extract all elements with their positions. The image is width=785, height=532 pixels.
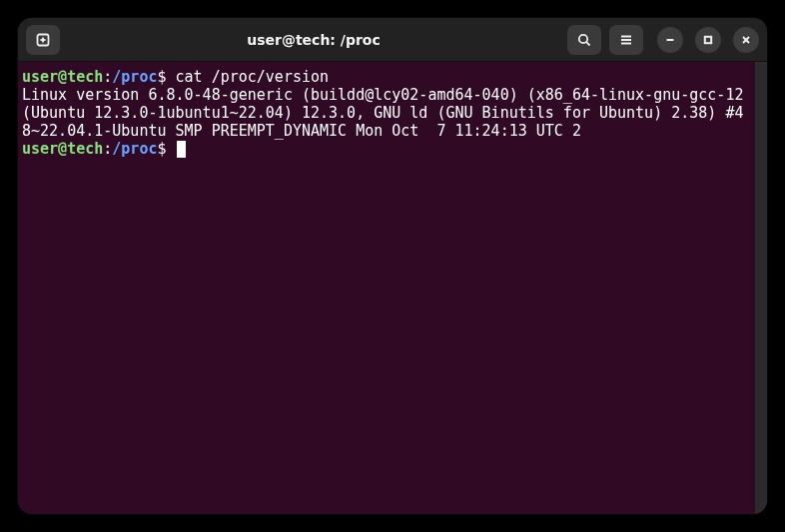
- prompt-path: /proc: [112, 68, 157, 86]
- prompt-symbol: $: [157, 68, 166, 86]
- svg-rect-9: [705, 36, 711, 42]
- command-text: cat /proc/version: [167, 68, 330, 86]
- terminal-output[interactable]: user@tech:/proc$ cat /proc/version Linux…: [18, 62, 755, 514]
- prompt-colon: :: [103, 68, 112, 86]
- maximize-icon: [703, 35, 713, 45]
- terminal-area: user@tech:/proc$ cat /proc/version Linux…: [18, 62, 767, 514]
- prompt-symbol: $: [157, 140, 166, 158]
- new-tab-icon: [35, 32, 51, 48]
- titlebar-right: [567, 25, 759, 55]
- prompt-user: user@tech: [22, 68, 103, 86]
- window-controls: [657, 27, 759, 53]
- menu-button[interactable]: [609, 25, 643, 55]
- command-input: [167, 140, 176, 158]
- output-text: Linux version 6.8.0-48-generic (buildd@l…: [22, 86, 753, 140]
- prompt-path: /proc: [112, 140, 157, 158]
- prompt-user: user@tech: [22, 140, 103, 158]
- search-button[interactable]: [567, 25, 601, 55]
- titlebar-left: [26, 25, 60, 55]
- terminal-window: user@tech: /proc: [18, 18, 767, 514]
- hamburger-icon: [618, 32, 634, 48]
- minimize-button[interactable]: [657, 27, 683, 53]
- search-icon: [576, 32, 592, 48]
- new-tab-button[interactable]: [26, 25, 60, 55]
- window-title: user@tech: /proc: [68, 32, 559, 48]
- cursor: [177, 141, 186, 158]
- minimize-icon: [665, 35, 675, 45]
- svg-line-4: [586, 42, 589, 45]
- titlebar[interactable]: user@tech: /proc: [18, 18, 767, 62]
- close-icon: [741, 35, 751, 45]
- scrollbar[interactable]: [755, 62, 767, 514]
- svg-point-3: [579, 34, 587, 42]
- prompt-colon: :: [103, 140, 112, 158]
- close-button[interactable]: [733, 27, 759, 53]
- maximize-button[interactable]: [695, 27, 721, 53]
